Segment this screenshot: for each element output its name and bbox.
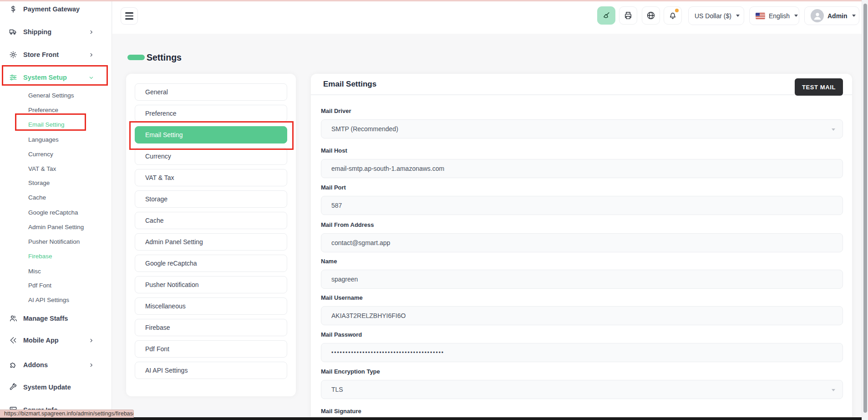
sidebar-subitem-email-setting[interactable]: Email Setting — [28, 119, 65, 130]
flutter-icon — [9, 336, 17, 344]
printer-button[interactable] — [619, 6, 637, 25]
sidebar-item-addons[interactable]: Addons — [9, 359, 103, 371]
sidebar-item-mobile-app[interactable]: Mobile App — [9, 334, 103, 346]
field-label: Mail Host — [321, 147, 843, 154]
person-icon — [812, 11, 822, 21]
printer-icon — [624, 11, 633, 20]
test-mail-button[interactable]: TEST MAIL — [795, 78, 843, 96]
sidebar-subitem-ai-api-settings[interactable]: AI API Settings — [28, 294, 69, 305]
name-input[interactable] — [321, 270, 843, 289]
users-icon — [9, 314, 17, 323]
mail-driver-select[interactable] — [321, 119, 843, 138]
tab-ai-api-settings[interactable]: AI API Settings — [135, 362, 287, 379]
sidebar-item-shipping[interactable]: Shipping — [9, 26, 103, 38]
globe-icon — [646, 11, 655, 20]
field-label: Mail Driver — [321, 108, 843, 114]
sidebar-subitem-currency[interactable]: Currency — [28, 149, 53, 159]
settings-tab-list: GeneralPreferenceEmail SettingCurrencyVA… — [126, 74, 296, 396]
user-dropdown[interactable]: Admin — [804, 6, 859, 25]
tab-google-recaptcha[interactable]: Google reCaptcha — [135, 255, 287, 272]
field-group-mail-port: Mail Port — [321, 184, 843, 215]
notification-dot — [675, 9, 679, 12]
tab-currency[interactable]: Currency — [135, 148, 287, 165]
sidebar-subitem-languages[interactable]: Languages — [28, 134, 59, 145]
broom-button[interactable] — [597, 6, 615, 25]
sidebar-item-store-front[interactable]: Store Front — [9, 49, 103, 61]
field-value[interactable] — [321, 270, 843, 288]
sidebar-item-label: Shipping — [23, 28, 51, 36]
panel-header: Email Settings TEST MAIL — [311, 74, 852, 95]
field-label: Mail From Address — [321, 221, 843, 228]
field-value[interactable] — [321, 120, 843, 138]
field-value[interactable] — [321, 234, 843, 252]
sidebar-subitem-preference[interactable]: Preference — [28, 104, 58, 115]
tab-vat-tax[interactable]: VAT & Tax — [135, 169, 287, 186]
sidebar-subitem-misc[interactable]: Misc — [28, 266, 41, 277]
scrollbar-thumb[interactable] — [863, 4, 867, 413]
sidebar-subitem-google-recaptcha[interactable]: Google reCaptcha — [28, 207, 78, 218]
sidebar-subitem-pdf-font[interactable]: Pdf Font — [28, 280, 51, 291]
field-group-name: Name — [321, 258, 843, 289]
page-heading: Settings — [127, 51, 182, 63]
field-value[interactable] — [321, 159, 843, 178]
sidebar: Payment GatewayShippingStore FrontSystem… — [0, 1, 112, 420]
mail-from-address-input[interactable] — [321, 233, 843, 252]
sidebar-subitem-storage[interactable]: Storage — [28, 177, 50, 188]
tab-storage[interactable]: Storage — [135, 190, 287, 208]
currency-label: US Dollar ($) — [695, 12, 731, 20]
mail-username-input[interactable] — [321, 306, 843, 325]
topbar: US Dollar ($) English Admin — [112, 1, 862, 34]
tab-miscellaneous[interactable]: Miscellaneous — [135, 297, 287, 315]
field-value[interactable] — [321, 343, 843, 362]
field-label: Mail Signature — [321, 408, 843, 415]
sliders-icon — [9, 73, 17, 82]
tab-preference[interactable]: Preference — [135, 105, 287, 122]
sidebar-subitem-admin-panel-setting[interactable]: Admin Panel Setting — [28, 221, 84, 232]
chevron-down-icon — [832, 389, 835, 391]
sidebar-subitem-vat-tax[interactable]: VAT & Tax — [28, 163, 56, 174]
field-value[interactable] — [321, 307, 843, 325]
sidebar-item-payment-gateway[interactable]: Payment Gateway — [9, 3, 103, 15]
sidebar-item-system-setup[interactable]: System Setup — [9, 72, 103, 83]
field-group-mail-host: Mail Host — [321, 147, 843, 178]
chevron-down-icon — [794, 15, 798, 17]
email-settings-panel: Email Settings TEST MAIL Mail DriverMail… — [311, 74, 852, 420]
tab-cache[interactable]: Cache — [135, 212, 287, 229]
menu-toggle-button[interactable] — [121, 7, 138, 25]
currency-dropdown[interactable]: US Dollar ($) — [688, 6, 744, 25]
tab-admin-panel-setting[interactable]: Admin Panel Setting — [135, 233, 287, 251]
mail-host-input[interactable] — [321, 159, 843, 178]
tab-email-setting[interactable]: Email Setting — [135, 126, 287, 143]
language-dropdown[interactable]: English — [749, 6, 799, 25]
language-label: English — [769, 12, 790, 20]
bell-button[interactable] — [664, 6, 682, 25]
field-value[interactable] — [321, 196, 843, 215]
sidebar-subitem-cache[interactable]: Cache — [28, 192, 46, 203]
mail-port-input[interactable] — [321, 196, 843, 215]
sidebar-subitem-pusher-notification[interactable]: Pusher Notification — [28, 236, 80, 247]
sidebar-item-label: Store Front — [23, 51, 59, 58]
mail-encryption-type-select[interactable] — [321, 380, 843, 399]
puzzle-icon — [9, 361, 17, 369]
menu-icon — [125, 12, 133, 13]
field-group-mail-from-address: Mail From Address — [321, 221, 843, 252]
globe-button[interactable] — [642, 6, 660, 25]
chevron-right-icon — [89, 338, 94, 343]
field-value[interactable] — [321, 380, 843, 399]
sidebar-item-manage-staffs[interactable]: Manage Staffs — [9, 312, 103, 324]
field-group-mail-password: Mail Password — [321, 331, 843, 362]
broom-icon — [602, 11, 611, 20]
sidebar-subitem-general-settings[interactable]: General Settings — [28, 90, 74, 101]
heading-accent-dash — [127, 55, 145, 60]
tab-firebase[interactable]: Firebase — [135, 319, 287, 336]
chevron-right-icon — [89, 52, 94, 57]
dollar-icon — [9, 5, 17, 13]
tab-pusher-notification[interactable]: Pusher Notification — [135, 276, 287, 293]
sidebar-item-system-update[interactable]: System Update — [9, 381, 103, 393]
top-progress-line — [0, 0, 868, 1]
sidebar-subitem-firebase[interactable]: Firebase — [28, 251, 52, 261]
gear-icon — [9, 51, 17, 59]
tab-general[interactable]: General — [135, 83, 287, 101]
mail-password-input[interactable] — [321, 343, 843, 362]
tab-pdf-font[interactable]: Pdf Font — [135, 340, 287, 358]
